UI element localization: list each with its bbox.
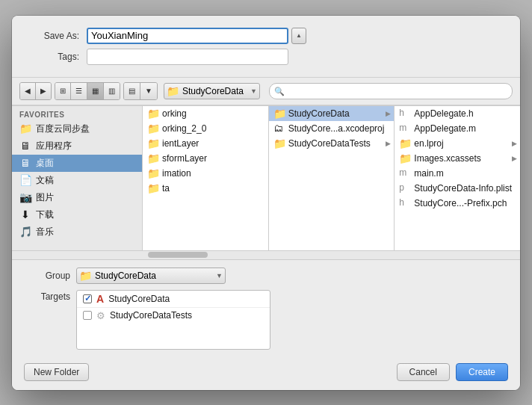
location-select[interactable]: StudyCoreData: [164, 83, 260, 99]
sidebar-item-apps[interactable]: 🖥 应用程序: [12, 137, 142, 155]
chevron-right-icon: ▶: [386, 110, 391, 117]
desktop-icon: 🖥: [19, 157, 31, 169]
targets-label: Targets: [24, 290, 76, 302]
sidebar-item-desktop-label: 桌面: [36, 157, 54, 170]
horizontal-scrollbar[interactable]: [12, 251, 520, 260]
tags-label: Tags:: [27, 52, 87, 62]
arrange-button[interactable]: ▤: [124, 83, 140, 99]
target-1-app-icon: A: [96, 293, 104, 305]
file-name: sformLayer: [162, 153, 207, 164]
view-column-button[interactable]: ▦: [87, 83, 104, 99]
list-item[interactable]: 📁 imation: [143, 166, 268, 181]
sidebar-item-desktop[interactable]: 🖥 桌面: [12, 155, 142, 172]
arrange-arrow[interactable]: ▼: [140, 83, 157, 99]
search-wrapper: 🔍: [269, 83, 513, 99]
list-item[interactable]: 📁 en.lproj ▶: [395, 136, 520, 151]
view-coverflow-button[interactable]: ▥: [104, 83, 120, 99]
file-name: orking: [162, 108, 187, 119]
arrange-buttons: ▤ ▼: [123, 82, 158, 100]
expand-icon: ▲: [296, 32, 302, 39]
folder-icon: 📁: [273, 137, 285, 149]
new-folder-button[interactable]: New Folder: [24, 363, 89, 381]
list-item[interactable]: m main.m: [395, 166, 520, 181]
sidebar-item-apps-label: 应用程序: [36, 140, 72, 152]
list-item[interactable]: m AppDelegate.m: [395, 121, 520, 136]
plist-icon: p: [399, 182, 411, 194]
dialog-footer: New Folder Cancel Create: [12, 357, 520, 390]
favorites-title: FAVORITES: [12, 106, 142, 120]
chevron-right-icon: ▶: [386, 140, 391, 147]
folder-icon: 📁: [147, 182, 159, 194]
checkmark-icon: ✓: [84, 294, 91, 303]
target-item-2[interactable]: ⚙ StudyCoreDataTests: [77, 308, 270, 324]
list-item[interactable]: 📁 orking: [143, 106, 268, 121]
file-column-3: h AppDelegate.h m AppDelegate.m 📁 en.lpr…: [395, 106, 520, 250]
docs-icon: 📄: [19, 174, 31, 186]
expand-button[interactable]: ▲: [291, 28, 306, 44]
group-select[interactable]: StudyCoreData: [76, 268, 226, 284]
target-2-checkbox[interactable]: [83, 311, 92, 320]
list-item[interactable]: 📁 sformLayer: [143, 151, 268, 166]
file-name: AppDelegate.m: [414, 123, 476, 134]
forward-icon: ▶: [40, 87, 46, 95]
folder-icon: 📁: [399, 137, 411, 149]
music-icon: 🎵: [19, 226, 31, 238]
tags-input[interactable]: [87, 49, 288, 65]
sidebar-item-music-label: 音乐: [36, 226, 54, 238]
targets-row: Targets ✓ A StudyCoreData ⚙ StudyCoreDat…: [24, 290, 508, 350]
file-name: StudyCore...-Prefix.pch: [414, 198, 507, 208]
sidebar-item-music[interactable]: 🎵 音乐: [12, 223, 142, 241]
list-item[interactable]: h StudyCore...-Prefix.pch: [395, 196, 520, 211]
back-icon: ◀: [25, 87, 31, 95]
targets-list: ✓ A StudyCoreData ⚙ StudyCoreDataTests: [76, 290, 270, 350]
file-column-1: 📁 orking 📁 orking_2_0 📁 ientLayer 📁 sfor…: [143, 106, 269, 250]
file-name: Images.xcassets: [414, 153, 480, 164]
list-item[interactable]: 📁 StudyCoreData ▶: [269, 106, 395, 121]
sidebar-item-pics[interactable]: 📷 图片: [12, 189, 142, 206]
save-dialog: Save As: ▲ Tags: ◀ ▶ ⊞: [12, 16, 520, 390]
apps-icon: 🖥: [19, 140, 31, 152]
baidu-icon: 📁: [19, 123, 31, 135]
target-item-1[interactable]: ✓ A StudyCoreData: [77, 291, 270, 308]
view-list-button[interactable]: ☰: [71, 83, 87, 99]
create-button[interactable]: Create: [456, 363, 508, 381]
list-item[interactable]: 📁 Images.xcassets ▶: [395, 151, 520, 166]
cancel-button[interactable]: Cancel: [397, 363, 450, 381]
file-name: StudyCoreData-Info.plist: [414, 183, 512, 194]
back-button[interactable]: ◀: [20, 83, 36, 99]
list-item[interactable]: 📁 StudyCoreDataTests ▶: [269, 136, 395, 151]
file-column-2: 📁 StudyCoreData ▶ 🗂 StudyCore...a.xcodep…: [269, 106, 395, 250]
list-item[interactable]: 📁 orking_2_0: [143, 121, 268, 136]
h-file-icon: h: [399, 108, 411, 120]
m-file-icon: m: [399, 123, 411, 135]
m-file-icon: m: [399, 167, 411, 179]
list-item[interactable]: 📁 ta: [143, 181, 268, 196]
list-item[interactable]: h AppDelegate.h: [395, 106, 520, 121]
group-select-wrapper: 📁 StudyCoreData ▼: [76, 268, 226, 284]
forward-button[interactable]: ▶: [36, 83, 51, 99]
saveas-input[interactable]: [87, 28, 288, 44]
target-2-label: StudyCoreDataTests: [110, 310, 192, 321]
file-name: ientLayer: [162, 138, 199, 149]
sidebar: FAVORITES 📁 百度云同步盘 🖥 应用程序 🖥 桌面 📄 文稿: [12, 106, 143, 250]
sidebar-item-docs[interactable]: 📄 文稿: [12, 172, 142, 189]
list-item[interactable]: 📁 ientLayer: [143, 136, 268, 151]
toolbar: ◀ ▶ ⊞ ☰ ▦ ▥ ▤ ▼ 📁 StudyCoreData: [12, 78, 520, 105]
group-label: Group: [24, 270, 76, 281]
sidebar-item-baidu[interactable]: 📁 百度云同步盘: [12, 120, 142, 137]
sidebar-item-docs-label: 文稿: [36, 174, 54, 187]
target-1-checkbox[interactable]: ✓: [83, 294, 92, 303]
sidebar-item-downloads[interactable]: ⬇ 下载: [12, 206, 142, 223]
pch-icon: h: [399, 197, 411, 209]
sidebar-item-downloads-label: 下载: [36, 208, 54, 221]
list-item[interactable]: p StudyCoreData-Info.plist: [395, 181, 520, 196]
search-input[interactable]: [269, 83, 513, 99]
footer-right-buttons: Cancel Create: [397, 363, 508, 381]
target-1-label: StudyCoreData: [108, 294, 170, 304]
dialog-header: Save As: ▲ Tags:: [12, 16, 520, 78]
folder-icon: 📁: [147, 123, 159, 135]
view-icon-button[interactable]: ⊞: [55, 83, 71, 99]
file-name: main.m: [414, 168, 443, 179]
list-item[interactable]: 🗂 StudyCore...a.xcodeproj: [269, 121, 395, 136]
file-name: orking_2_0: [162, 123, 206, 134]
